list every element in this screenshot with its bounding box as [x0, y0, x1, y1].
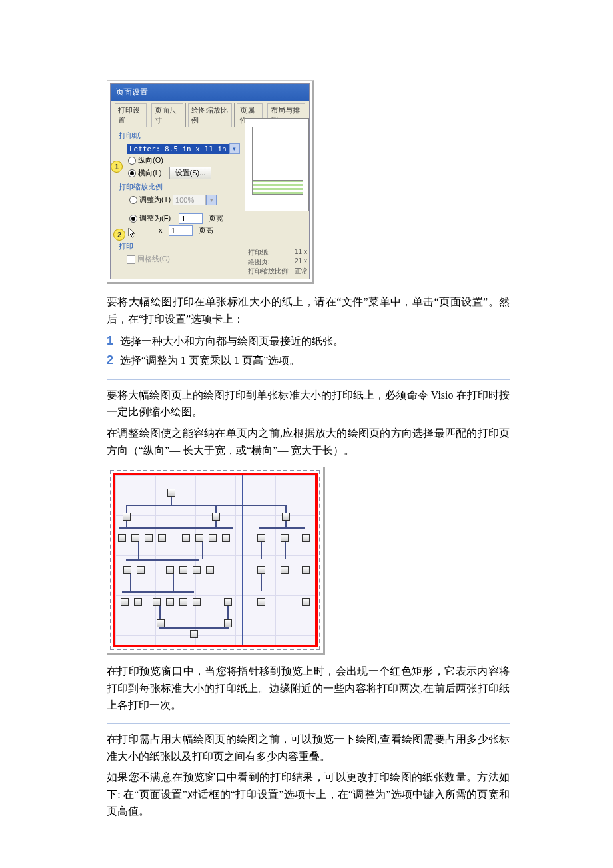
landscape-label: 横向(L) [138, 169, 161, 177]
fit-x-label: x [159, 226, 163, 234]
separator [107, 723, 510, 724]
info-paper-label: 打印纸: [248, 248, 291, 257]
info-drawing-label: 绘图页: [248, 257, 291, 267]
page-setup-screenshot: 页面设置 打印设置 页面尺寸 绘图缩放比例 页属性 布局与排列 [107, 80, 314, 284]
tab-page-size[interactable]: 页面尺寸 [151, 103, 183, 127]
callout-2: 2 [113, 229, 125, 241]
tab-print-setup[interactable]: 打印设置 [115, 103, 147, 127]
dropdown-arrow-icon[interactable]: ▾ [206, 195, 217, 205]
fit-width-input[interactable]: 1 [179, 213, 203, 224]
paragraph-4a: 在打印需占用大幅绘图页的绘图之前，可以预览一下绘图,查看绘图需要占用多少张标准大… [107, 731, 510, 765]
tab-drawing-scale[interactable]: 绘图缩放比例 [188, 103, 233, 127]
dialog-title: 页面设置 [111, 84, 309, 101]
fit-height-label: 页高 [199, 226, 213, 234]
portrait-label: 纵向(O) [138, 156, 163, 164]
page-setup-dialog: 页面设置 打印设置 页面尺寸 绘图缩放比例 页属性 布局与排列 [110, 83, 310, 279]
info-zoom-label: 打印缩放比例: [248, 267, 291, 276]
radio-portrait[interactable] [128, 157, 136, 165]
info-block: 打印纸:11 x 绘图页:21 x 打印缩放比例:正常 [248, 248, 308, 276]
adjust-to-label: 调整为(T) [139, 195, 171, 203]
fit-to-label: 调整为(F) [139, 214, 171, 222]
paragraph-3: 在打印预览窗口中，当您将指针移到预览上时，会出现一个红色矩形，它表示内容将打印到… [107, 663, 510, 714]
cursor-icon [128, 227, 136, 238]
radio-adjust-to[interactable] [129, 196, 137, 204]
fit-height-input[interactable]: 1 [169, 225, 193, 236]
paragraph-2b: 在调整绘图使之能容纳在单页内之前,应根据放大的绘图页的方向选择最匹配的打印页方向… [107, 425, 510, 459]
adjust-percent-input[interactable]: 100% [173, 195, 206, 205]
paragraph-2a: 要将大幅绘图页上的绘图打印到单张标准大小的打印纸上，必须命令 Visio 在打印… [107, 387, 510, 421]
setup-button[interactable]: 设置(S)... [169, 167, 212, 179]
dropdown-arrow-icon[interactable]: ▾ [229, 143, 240, 154]
fit-width-label: 页宽 [209, 214, 223, 222]
paper-size-dropdown[interactable]: Letter: 8.5 in x 11 in [127, 144, 229, 154]
radio-landscape[interactable] [128, 169, 136, 177]
step-number-1: 1 [107, 331, 116, 351]
step-number-2: 2 [107, 351, 116, 370]
info-zoom-value: 正常 [295, 267, 308, 276]
info-drawing-value: 21 x [295, 257, 307, 267]
info-paper-value: 11 x [295, 248, 307, 257]
gridlines-label: 网格线(G) [137, 255, 170, 263]
gridlines-checkbox[interactable] [127, 255, 135, 264]
radio-fit-to[interactable] [129, 215, 137, 223]
step-1-text: 选择一种大小和方向都与绘图页最接近的纸张。 [120, 335, 344, 347]
step-2-text: 选择“调整为 1 页宽乘以 1 页高”选项。 [120, 355, 300, 366]
paragraph-4b: 如果您不满意在预览窗口中看到的打印结果，可以更改打印绘图的纸张数量。方法如下: … [107, 769, 510, 820]
callout-1: 1 [111, 161, 123, 173]
print-preview-thumbnail [245, 118, 309, 211]
paragraph-1: 要将大幅绘图打印在单张标准大小的纸上，请在“文件”菜单中，单击“页面设置”。然后… [107, 293, 510, 327]
separator [107, 379, 510, 380]
print-preview-diagram [107, 467, 325, 655]
